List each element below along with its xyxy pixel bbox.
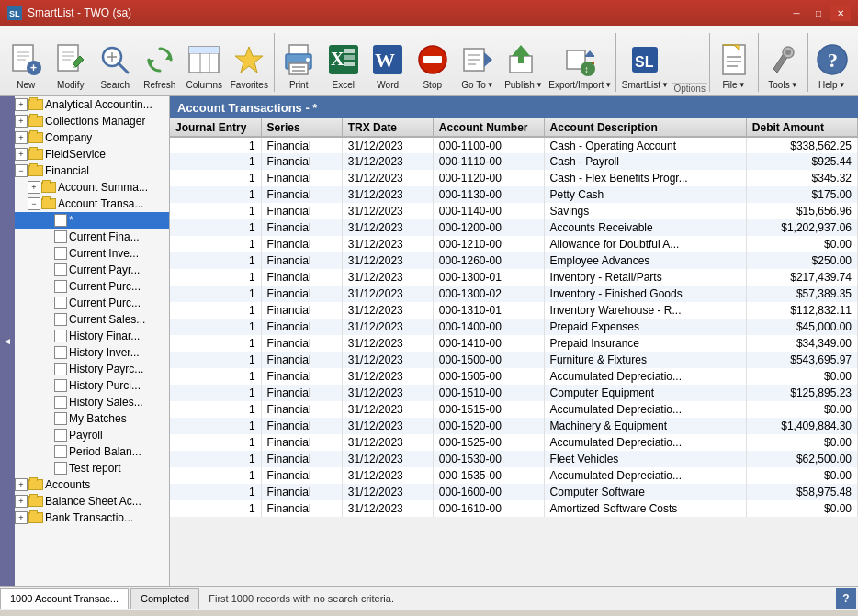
columns-button[interactable]: Columns (182, 29, 227, 95)
tree-item-currentsales[interactable]: Current Sales... (15, 311, 169, 328)
tree-item-periodbalan[interactable]: Period Balan... (15, 443, 169, 460)
table-row[interactable]: 1 Financial 31/12/2023 000-1410-00 Prepa… (170, 335, 858, 352)
table-row[interactable]: 1 Financial 31/12/2023 000-1530-00 Fleet… (170, 451, 858, 467)
columns-label: Columns (186, 80, 222, 91)
tree-item-historyinv[interactable]: History Inver... (15, 344, 169, 361)
favorites-button[interactable]: Favorites (227, 29, 272, 95)
file-dropdown-arrow: ▼ (739, 81, 746, 89)
tree-item-star[interactable]: * (15, 212, 169, 229)
goto-button[interactable]: Go To ▼ (455, 29, 501, 95)
tree-item-mybatches[interactable]: My Batches (15, 410, 169, 427)
table-row[interactable]: 1 Financial 31/12/2023 000-1310-01 Inven… (170, 302, 858, 319)
tree-item-accounts[interactable]: +Accounts (15, 476, 169, 493)
status-tab-2[interactable]: Completed (130, 588, 199, 609)
status-tab-1[interactable]: 1000 Account Transac... (0, 588, 129, 609)
maximize-button[interactable]: □ (808, 5, 829, 21)
table-row[interactable]: 1 Financial 31/12/2023 000-1100-00 Cash … (170, 137, 858, 153)
print-button[interactable]: Print (277, 29, 322, 95)
cell-debitamt: $125,895.23 (746, 385, 857, 401)
tree-item-testreport[interactable]: Test report (15, 460, 169, 476)
table-row[interactable]: 1 Financial 31/12/2023 000-1510-00 Compu… (170, 385, 858, 401)
tree-item-historysales[interactable]: History Sales... (15, 394, 169, 410)
tree-item-label: History Finar... (69, 330, 140, 342)
table-row[interactable]: 1 Financial 31/12/2023 000-1300-01 Inven… (170, 269, 858, 286)
file-icon (54, 330, 67, 342)
tree-item-label: History Sales... (69, 396, 143, 409)
tree-item-accountsummary[interactable]: +Account Summa... (15, 179, 169, 196)
help-status-button[interactable]: ? (836, 588, 856, 609)
close-button[interactable]: ✕ (830, 5, 851, 21)
table-row[interactable]: 1 Financial 31/12/2023 000-1260-00 Emplo… (170, 252, 858, 269)
new-button[interactable]: + New (4, 29, 49, 95)
table-row[interactable]: 1 Financial 31/12/2023 000-1130-00 Petty… (170, 186, 858, 203)
table-row[interactable]: 1 Financial 31/12/2023 000-1210-00 Allow… (170, 236, 858, 252)
table-row[interactable]: 1 Financial 31/12/2023 000-1610-00 Amort… (170, 500, 858, 517)
minimize-button[interactable]: ─ (786, 5, 807, 21)
search-button[interactable]: Search (93, 29, 138, 95)
table-row[interactable]: 1 Financial 31/12/2023 000-1300-02 Inven… (170, 286, 858, 302)
excel-button[interactable]: X Excel (321, 29, 366, 95)
expander-icon: − (15, 164, 28, 177)
tree-item-currentinv[interactable]: Current Inve... (15, 245, 169, 262)
refresh-button[interactable]: Refresh (138, 29, 183, 95)
table-row[interactable]: 1 Financial 31/12/2023 000-1140-00 Savin… (170, 203, 858, 219)
cell-debitamt: $1,202,937.06 (746, 219, 857, 236)
tree-item-company[interactable]: +Company (15, 129, 169, 146)
tree-collapse-button[interactable]: ◄ (0, 96, 15, 586)
table-row[interactable]: 1 Financial 31/12/2023 000-1500-00 Furni… (170, 352, 858, 368)
publish-button[interactable]: Publish ▼ (501, 29, 547, 95)
col-header-debitamt[interactable]: Debit Amount (746, 118, 857, 137)
tree-item-balancesheet[interactable]: +Balance Sheet Ac... (15, 493, 169, 510)
excel-icon: X (325, 41, 362, 78)
tree-item-currentpurch[interactable]: Current Purc... (15, 278, 169, 295)
cell-series: Financial (261, 401, 342, 418)
table-row[interactable]: 1 Financial 31/12/2023 000-1110-00 Cash … (170, 153, 858, 170)
modify-button[interactable]: Modify (49, 29, 94, 95)
smartlist-button[interactable]: SL SmartList ▼ (618, 29, 672, 95)
table-row[interactable]: 1 Financial 31/12/2023 000-1520-00 Machi… (170, 418, 858, 434)
table-row[interactable]: 1 Financial 31/12/2023 000-1120-00 Cash … (170, 170, 858, 186)
svg-rect-35 (344, 49, 355, 53)
cell-series: Financial (261, 368, 342, 385)
tools-button[interactable]: Tools ▼ (761, 29, 806, 95)
exportimport-button[interactable]: ↕ Export/Import ▼ (547, 29, 614, 95)
exportimport-label: Export/Import (548, 80, 604, 91)
tree-item-historypurch[interactable]: History Purci... (15, 377, 169, 394)
tree-item-banktrans[interactable]: +Bank Transactio... (15, 510, 169, 526)
col-header-journal[interactable]: Journal Entry (170, 118, 261, 137)
table-row[interactable]: 1 Financial 31/12/2023 000-1505-00 Accum… (170, 368, 858, 385)
cell-trxdate: 31/12/2023 (342, 186, 433, 203)
file-button[interactable]: File ▼ (712, 29, 757, 95)
table-row[interactable]: 1 Financial 31/12/2023 000-1525-00 Accum… (170, 434, 858, 451)
exportimport-dropdown-arrow: ▼ (604, 81, 612, 89)
tree-item-payroll[interactable]: Payroll (15, 427, 169, 443)
col-header-series[interactable]: Series (261, 118, 342, 137)
word-button[interactable]: W Word (366, 29, 411, 95)
tree-item-analytical[interactable]: +Analytical Accountin... (15, 96, 169, 113)
cell-trxdate: 31/12/2023 (342, 484, 433, 500)
col-header-trxdate[interactable]: TRX Date (342, 118, 433, 137)
tree-item-financial[interactable]: −Financial (15, 162, 169, 179)
help-button[interactable]: ? Help ▼ (810, 29, 855, 95)
cell-journal: 1 (170, 451, 261, 467)
table-row[interactable]: 1 Financial 31/12/2023 000-1200-00 Accou… (170, 219, 858, 236)
stop-button[interactable]: Stop (410, 29, 455, 95)
tree-item-currentfin[interactable]: Current Fina... (15, 229, 169, 245)
table-scroll-area[interactable]: Journal Entry Series TRX Date Account Nu… (170, 118, 858, 586)
tree-item-historypay[interactable]: History Payrc... (15, 361, 169, 377)
table-row[interactable]: 1 Financial 31/12/2023 000-1535-00 Accum… (170, 467, 858, 484)
tree-item-accounttrans[interactable]: −Account Transa... (15, 196, 169, 212)
tree-item-currentpurch2[interactable]: Current Purc... (15, 295, 169, 311)
table-row[interactable]: 1 Financial 31/12/2023 000-1400-00 Prepa… (170, 319, 858, 335)
tree-item-historyfin[interactable]: History Finar... (15, 328, 169, 344)
tools-dropdown-arrow: ▼ (791, 81, 798, 89)
table-row[interactable]: 1 Financial 31/12/2023 000-1600-00 Compu… (170, 484, 858, 500)
tree-item-collections[interactable]: +Collections Manager (15, 113, 169, 129)
col-header-accountdesc[interactable]: Account Description (544, 118, 746, 137)
col-header-accountnum[interactable]: Account Number (433, 118, 544, 137)
table-row[interactable]: 1 Financial 31/12/2023 000-1515-00 Accum… (170, 401, 858, 418)
tree-item-currentpay[interactable]: Current Payr... (15, 262, 169, 278)
tree-item-fieldservice[interactable]: +FieldService (15, 146, 169, 162)
stop-label: Stop (423, 80, 442, 91)
cell-series: Financial (261, 418, 342, 434)
